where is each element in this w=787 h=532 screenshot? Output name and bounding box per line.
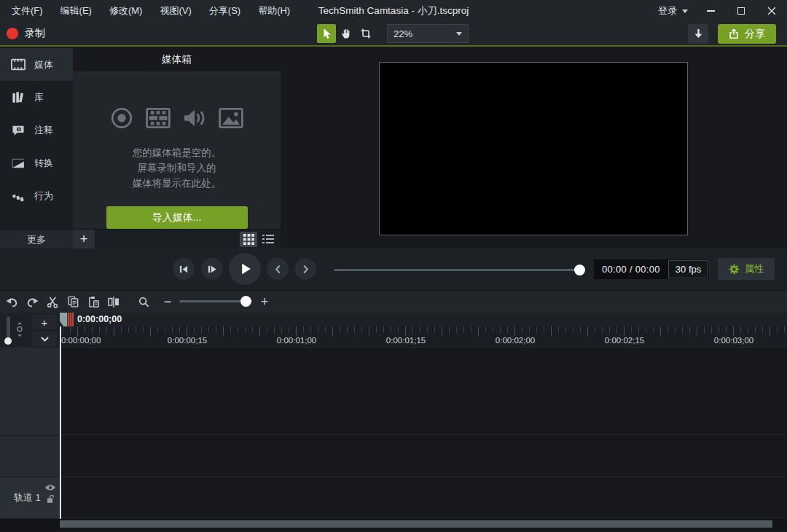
canvas-zoom-dropdown[interactable]: 22% — [387, 24, 469, 43]
play-button[interactable] — [229, 253, 261, 285]
ruler-label: 0:00:00;00 — [61, 336, 101, 345]
timeline-header-tools: + — [0, 313, 60, 348]
copy-icon — [68, 296, 79, 308]
menu-share[interactable]: 分享(S) — [200, 0, 249, 23]
timeline-empty-area[interactable] — [60, 435, 787, 477]
track-height-slider-thumb[interactable] — [4, 337, 12, 345]
lock-open-icon[interactable] — [47, 494, 55, 504]
chevron-right-icon — [302, 265, 309, 274]
copy-button[interactable] — [63, 292, 82, 311]
maximize-button[interactable] — [726, 0, 756, 22]
sidebar-item-label: 转换 — [34, 157, 53, 170]
sidebar-more-button[interactable]: 更多 — [0, 230, 73, 249]
playhead-time: 0:00:00;00 — [77, 314, 122, 324]
redo-icon — [26, 297, 39, 308]
ruler-label: 0:00:02;00 — [496, 336, 535, 345]
share-button[interactable]: 分享 — [718, 24, 776, 44]
maximize-icon — [737, 7, 745, 15]
plus-icon: + — [80, 232, 88, 247]
camtasia-window: 文件(F) 编辑(E) 修改(M) 视图(V) 分享(S) 帮助(H) Tech… — [0, 0, 787, 532]
minimize-icon — [707, 10, 715, 12]
scissors-icon — [47, 296, 59, 308]
close-button[interactable] — [756, 0, 787, 22]
minimize-button[interactable] — [695, 0, 726, 22]
properties-button[interactable]: 属性 — [718, 258, 775, 280]
seek-slider[interactable] — [334, 269, 583, 271]
grid-view-button[interactable] — [240, 232, 257, 247]
cursor-icon — [321, 28, 332, 39]
login-menu[interactable]: 登录 — [651, 4, 695, 17]
step-back-button[interactable] — [173, 258, 195, 280]
content-area: 媒体 库 a 注释 转换 — [0, 48, 787, 249]
play-icon — [240, 262, 252, 275]
playhead-handle[interactable] — [60, 313, 74, 326]
playhead-line[interactable] — [60, 326, 61, 519]
sidebar-item-behaviors[interactable]: 行为 — [0, 179, 73, 212]
seek-slider-thumb[interactable] — [574, 265, 585, 275]
undo-button[interactable] — [2, 292, 21, 311]
list-view-button[interactable] — [259, 232, 277, 247]
menu-view[interactable]: 视图(V) — [151, 0, 200, 23]
eye-icon[interactable] — [44, 484, 56, 491]
ruler-label: 0:00:02;15 — [605, 336, 644, 345]
add-track-button[interactable]: + — [32, 315, 57, 329]
step-forward-button[interactable] — [201, 258, 223, 280]
track-header-spacer — [0, 436, 60, 477]
time-value: 00:00 / 00:00 — [594, 264, 668, 275]
menu-edit[interactable]: 编辑(E) — [52, 0, 101, 23]
split-button[interactable] — [104, 292, 123, 311]
playhead-out-handle[interactable] — [67, 313, 74, 326]
sidebar-item-label: 注释 — [34, 124, 53, 137]
record-button[interactable]: 录制 — [7, 22, 45, 45]
title-bar: 文件(F) 编辑(E) 修改(M) 视图(V) 分享(S) 帮助(H) Tech… — [0, 0, 787, 22]
track-1-lane[interactable] — [60, 477, 787, 518]
record-label: 录制 — [25, 27, 45, 40]
chevron-down-icon — [41, 337, 49, 342]
ruler-label: 0:00:00;15 — [168, 336, 207, 345]
jump-start-button[interactable] — [267, 258, 289, 280]
track-1-header[interactable]: 轨道 1 — [0, 477, 60, 519]
select-tool-button[interactable] — [317, 24, 336, 43]
undo-icon — [6, 297, 18, 308]
track-1-label: 轨道 1 — [0, 491, 41, 504]
download-button[interactable] — [688, 24, 708, 44]
cut-button[interactable] — [43, 292, 62, 311]
playback-bar: 00:00 / 00:00 30 fps 属性 — [0, 249, 787, 290]
sidebar-item-transitions[interactable]: 转换 — [0, 146, 73, 179]
media-icon — [10, 58, 26, 71]
zoom-in-button[interactable]: + — [255, 292, 274, 311]
track-header-spacer — [0, 348, 60, 436]
playhead-in-handle[interactable] — [60, 313, 67, 326]
preview-canvas[interactable] — [379, 62, 688, 235]
media-bin-title: 媒体箱 — [73, 48, 281, 71]
sidebar-item-library[interactable]: 库 — [0, 81, 73, 114]
crop-tool-button[interactable] — [356, 24, 375, 43]
add-media-button[interactable]: + — [73, 230, 95, 249]
media-bin-footer: + — [73, 229, 281, 249]
menu-help[interactable]: 帮助(H) — [249, 0, 299, 23]
zoom-fit-icon — [16, 322, 23, 337]
sidebar-item-media[interactable]: 媒体 — [0, 48, 73, 81]
timeline-empty-area[interactable] — [60, 348, 787, 435]
zoom-out-button[interactable]: − — [158, 292, 177, 311]
jump-end-button[interactable] — [294, 258, 316, 280]
crop-icon — [360, 28, 372, 39]
pan-tool-button[interactable] — [337, 24, 356, 43]
share-icon — [729, 28, 739, 39]
track-options-button[interactable] — [32, 332, 57, 346]
menu-modify[interactable]: 修改(M) — [101, 0, 152, 23]
step-back-icon — [179, 265, 189, 274]
timeline-ruler[interactable]: 0:00:00;00 0:00:00;15 0:00:01;00 0:00:01… — [60, 326, 787, 348]
behaviors-icon — [10, 190, 26, 202]
paste-button[interactable] — [84, 292, 103, 311]
menu-file[interactable]: 文件(F) — [3, 0, 52, 23]
timeline-zoom-thumb[interactable] — [240, 296, 251, 307]
redo-button[interactable] — [23, 292, 42, 311]
import-media-button[interactable]: 导入媒体... — [106, 206, 248, 229]
horizontal-scrollbar[interactable] — [60, 520, 772, 528]
properties-label: 属性 — [745, 262, 764, 275]
timeline-zoom-button[interactable] — [134, 292, 153, 311]
fps-value[interactable]: 30 fps — [668, 260, 708, 278]
sidebar-item-annotations[interactable]: a 注释 — [0, 114, 73, 146]
caret-down-icon — [682, 9, 688, 13]
